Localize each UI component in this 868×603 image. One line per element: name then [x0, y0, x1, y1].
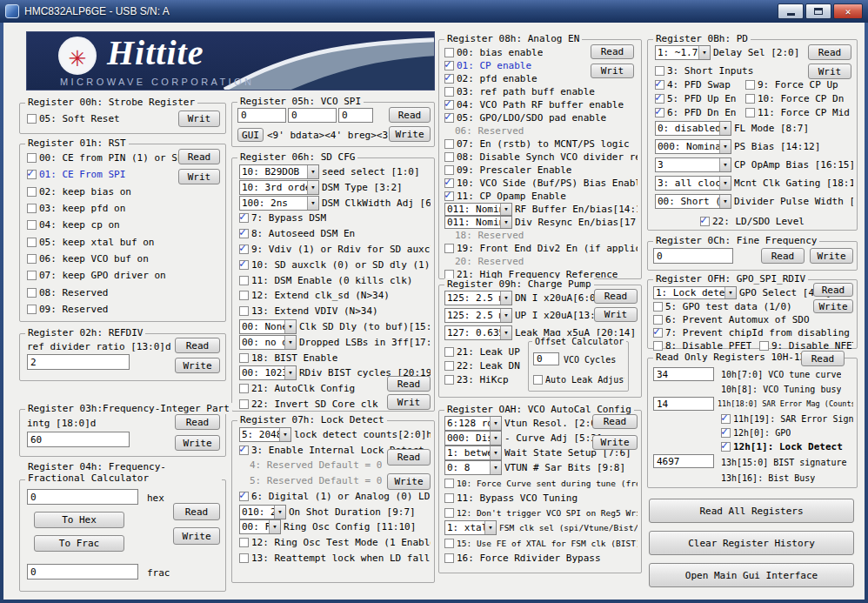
cb-auto-leak-adjust[interactable]: Auto Leak Adjust — [533, 372, 624, 387]
to-frac-button[interactable]: To Frac — [34, 535, 124, 552]
reg09-write-button[interactable]: Writ — [594, 307, 638, 322]
cb-keep-xtal-buf-on[interactable]: 05: keep xtal buf on — [27, 234, 222, 250]
leak-mag-dropdown[interactable]: 127: 0.635 — [444, 325, 512, 340]
divider-pulse-width-dropdown[interactable]: 00: Short ( — [655, 194, 731, 209]
on-shot-duration-dropdown[interactable]: 010: 2 — [239, 505, 286, 519]
cb-extend-vdiv[interactable]: 13: Extend VDIV (N>34) — [239, 303, 431, 318]
clk-sd-dly-dropdown[interactable]: 00: None — [239, 319, 297, 334]
dn-i-dropdown[interactable]: 125: 2.5 mA — [444, 291, 512, 305]
reg05-read-button[interactable]: Read — [389, 107, 431, 123]
hex-input[interactable] — [27, 489, 138, 505]
cb-keep-vco-buf-on[interactable]: 06: keep VCO buf on — [27, 251, 222, 266]
reg04-read-button[interactable]: Read — [173, 503, 220, 520]
cb-vdiv-or-rdiv-auxclk[interactable]: 9: Vdiv (1) or Rdiv for SD auxclk — [239, 241, 431, 257]
reg0f-read-button[interactable]: Read — [813, 283, 853, 297]
vtun-sar-bits-dropdown[interactable]: 0: 8 — [444, 460, 502, 475]
reg01-write-button[interactable]: Writ — [178, 169, 220, 184]
cb-extend-clk-sd[interactable]: 12: Extend clk_sd (N>34) — [239, 287, 431, 303]
fl-mode-dropdown[interactable]: 0: disabled — [655, 121, 731, 136]
reg04-write-button[interactable]: Write — [173, 527, 220, 545]
cb-pfd-dn-en[interactable]: 6: PFD Dn En — [655, 104, 742, 120]
reg0c-read-button[interactable]: Read — [761, 248, 805, 264]
cb-dont-trigger-vco-spi[interactable]: 12: Don't trigger VCO SPI on Reg5 Write — [444, 505, 638, 520]
reg02-write-button[interactable]: Write — [175, 358, 220, 373]
cb-autoseed-dsm-en[interactable]: 8: Autoseed DSM En — [239, 225, 431, 241]
cb-reserved-09[interactable]: 09: Reserved — [27, 301, 222, 317]
vco-tune-curve-input[interactable] — [653, 367, 714, 381]
reg07-write-button[interactable]: Write — [387, 473, 431, 490]
mcnt-clk-gating-dropdown[interactable]: 3: all clocks — [655, 176, 731, 191]
delay-sel-dropdown[interactable]: 1: ~1.7ns — [655, 45, 711, 60]
clear-register-history-button[interactable]: Clear Register History — [649, 531, 854, 555]
seed-select-dropdown[interactable]: 10: B29DOB — [239, 164, 319, 179]
cb-bist-enable[interactable]: 18: BIST Enable — [239, 350, 431, 365]
reg03-read-button[interactable]: Read — [175, 414, 220, 430]
bist-signature-input[interactable] — [653, 454, 714, 468]
cp-opamp-bias-dropdown[interactable]: 3 — [655, 157, 731, 172]
open-main-gui-button[interactable]: Open Main Gui Interface — [649, 563, 854, 587]
cb-reserved-08[interactable]: 08: Reserved — [27, 285, 222, 300]
cb-keep-gpo-driver-on[interactable]: 07: keep GPO driver on — [27, 267, 222, 283]
cb-bypass-vco-tuning[interactable]: 11: Bypass VCO Tuning — [444, 490, 638, 506]
cb-reattempt-lock[interactable]: 13: Reattempt lock when LD falls (0 — [239, 550, 431, 566]
dsm-clkwidth-dropdown[interactable]: 100: 2ns — [239, 196, 319, 211]
ps-bias-dropdown[interactable]: 000: Nominal — [655, 139, 731, 154]
cb-keep-cp-on[interactable]: 04: keep cp on — [27, 217, 222, 232]
wait-state-setup-dropdown[interactable]: 1: betwe — [444, 446, 502, 460]
rdiv-bist-cycles-dropdown[interactable]: 00: 1023 — [239, 365, 297, 380]
reg02-read-button[interactable]: Read — [175, 338, 220, 353]
cb-force-rdivider-bypass[interactable]: 16: Force Rdivider Bypass — [444, 550, 638, 566]
curve-adj-dropdown[interactable]: 000: Dis — [444, 431, 502, 446]
reg09-read-button[interactable]: Read — [594, 289, 638, 304]
gui-button[interactable]: GUI — [237, 128, 264, 142]
frac-input[interactable] — [27, 564, 138, 580]
cb-bypass-dsm[interactable]: 7: Bypass DSM — [239, 210, 431, 225]
reg08-read-button[interactable]: Read — [591, 44, 634, 59]
reg0a-write-button[interactable]: Write — [592, 435, 638, 450]
fsm-clk-sel-dropdown[interactable]: 1: xtal/ — [444, 520, 497, 535]
to-hex-button[interactable]: To Hex — [34, 512, 124, 528]
cb-dsm-enable[interactable]: 11: DSM Enable (0 kills clk) — [239, 272, 431, 288]
ring-osc-config-dropdown[interactable]: 00: F — [239, 519, 281, 534]
cb-force-cp-mid[interactable]: 11: Force CP Mid — [745, 104, 853, 120]
fine-freq-input[interactable] — [653, 248, 733, 264]
intg-input[interactable] — [27, 432, 130, 447]
close-button[interactable] — [833, 3, 863, 19]
cb-force-curve-sent[interactable]: 10: Force Curve sent during tune (from R… — [444, 475, 638, 491]
reg00-write-button[interactable]: Writ — [178, 111, 220, 127]
cb-lock-detect-status[interactable]: 12h[1]: Lock Detect — [721, 439, 853, 454]
vco-spi-bdata-input[interactable] — [237, 108, 286, 123]
minimize-button[interactable] — [778, 3, 804, 19]
vco-spi-breg-input[interactable] — [288, 108, 337, 123]
up-i-dropdown[interactable]: 125: 2.5 mA — [444, 308, 512, 323]
reg0c-write-button[interactable]: Write — [810, 248, 853, 264]
dsm-type-dropdown[interactable]: 10: 3rd orde — [239, 180, 319, 195]
cb-digital-or-analog-ld-timer[interactable]: 6: Digital (1) or Analog (0) LD timer — [239, 488, 431, 504]
cb-ld-sdo-level[interactable]: 22: LD/SDO Level — [700, 213, 853, 229]
refdiv-ratio-input[interactable] — [27, 354, 130, 370]
cb-use-fe-xtal-fsm-clk[interactable]: 15: Use FE of XTAL for FSM clk (BIST) — [444, 535, 638, 551]
reg05-write-button[interactable]: Write — [389, 126, 431, 142]
cb-hikcp[interactable]: 23: HiKcp — [444, 372, 526, 387]
readonly-read-button[interactable]: Read — [801, 351, 845, 366]
cb-sd-auxclk-or-dly[interactable]: 10: SD auxclk (0) or SD dly (1) for — [239, 257, 431, 272]
vco-cycles-input[interactable] — [533, 352, 559, 365]
reg0f-write-button[interactable]: Write — [813, 299, 853, 313]
reg06-write-button[interactable]: Writ — [387, 394, 431, 410]
cb-keep-pfd-on[interactable]: 03: keep pfd on — [27, 200, 222, 216]
lock-detect-counts-dropdown[interactable]: 5: 2048 — [239, 427, 291, 442]
vtun-resol-dropdown[interactable]: 6:128 rd — [444, 416, 502, 431]
reg01-read-button[interactable]: Read — [178, 149, 220, 164]
reg0b-write-button[interactable]: Writ — [808, 64, 851, 79]
cb-ring-osc-test-mode[interactable]: 12: Ring Osc Test Mode (1 Enable) — [239, 534, 431, 550]
dropped-lsbs-dropdown[interactable]: 00: no drop — [239, 335, 297, 350]
cb-keep-bias-on[interactable]: 02: keep bias on — [27, 184, 222, 199]
reg07-read-button[interactable]: Read — [387, 449, 431, 466]
maximize-button[interactable] — [805, 3, 831, 19]
reg0a-read-button[interactable]: Read — [592, 414, 638, 429]
read-all-registers-button[interactable]: Read All Registers — [649, 499, 854, 523]
reg06-read-button[interactable]: Read — [387, 376, 431, 392]
reg03-write-button[interactable]: Write — [175, 435, 220, 451]
reg0b-read-button[interactable]: Read — [808, 44, 851, 60]
reg08-write-button[interactable]: Writ — [591, 64, 634, 78]
